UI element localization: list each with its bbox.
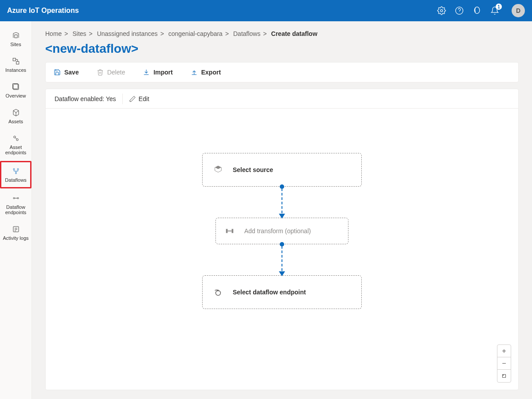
- sidebar-item-label: Sites: [10, 42, 21, 47]
- sidebar-item-asset-endpoints[interactable]: Asset endpoints: [0, 129, 31, 160]
- svg-rect-3: [15, 35, 17, 38]
- page-title: <new-dataflow>: [45, 42, 519, 56]
- overview-icon: [12, 82, 20, 91]
- breadcrumb: Home> Sites> Unassigned instances> conge…: [45, 30, 519, 37]
- sidebar-item-label: Instances: [5, 67, 26, 73]
- zoom-controls: + −: [497, 344, 511, 383]
- breadcrumb-link[interactable]: Unassigned instances: [97, 30, 158, 37]
- transform-icon: [225, 226, 235, 236]
- sidebar-item-assets[interactable]: Assets: [0, 104, 31, 129]
- sidebar: Sites Instances Overview Assets Asset en…: [0, 21, 32, 399]
- svg-rect-28: [232, 229, 234, 233]
- svg-point-15: [15, 172, 16, 174]
- notifications-icon[interactable]: 1: [490, 6, 499, 15]
- svg-point-0: [441, 10, 443, 12]
- top-header: Azure IoT Operations 1 D: [0, 0, 532, 21]
- sidebar-item-label: Overview: [6, 93, 26, 98]
- zoom-fit-button[interactable]: [497, 370, 511, 382]
- svg-rect-27: [226, 229, 228, 233]
- delete-label: Delete: [107, 69, 125, 76]
- edit-label: Edit: [139, 95, 149, 102]
- save-button[interactable]: Save: [54, 69, 79, 76]
- source-icon: [213, 165, 223, 175]
- svg-rect-5: [16, 62, 19, 64]
- export-button[interactable]: Export: [191, 69, 221, 76]
- sidebar-item-label: Dataflow endpoints: [2, 204, 30, 215]
- node-label: Select source: [233, 166, 273, 173]
- help-icon[interactable]: [455, 6, 464, 15]
- zoom-in-button[interactable]: +: [497, 345, 511, 357]
- sites-icon: [12, 31, 20, 40]
- instances-icon: [12, 57, 20, 66]
- breadcrumb-link[interactable]: congenial-capybara: [168, 30, 223, 37]
- svg-rect-19: [13, 227, 19, 232]
- assets-icon: [12, 108, 20, 117]
- edit-button[interactable]: Edit: [129, 95, 149, 102]
- dataflow-canvas[interactable]: Select source Add transform (optional): [46, 109, 518, 390]
- dataflow-endpoints-icon: [12, 194, 20, 203]
- main-content: Home> Sites> Unassigned instances> conge…: [32, 21, 532, 399]
- endpoint-icon: [213, 287, 223, 297]
- connector: [280, 187, 284, 218]
- import-label: Import: [153, 69, 173, 76]
- add-transform-node[interactable]: Add transform (optional): [215, 218, 348, 244]
- breadcrumb-current: Create dataflow: [271, 30, 317, 37]
- svg-point-13: [13, 168, 15, 170]
- user-avatar[interactable]: D: [512, 4, 525, 17]
- svg-point-14: [17, 168, 19, 170]
- save-label: Save: [64, 69, 79, 76]
- dataflow-enabled-status: Dataflow enabled: Yes: [55, 95, 116, 102]
- import-icon: [143, 69, 150, 76]
- import-button[interactable]: Import: [143, 69, 173, 76]
- svg-point-17: [17, 197, 19, 199]
- feedback-icon[interactable]: [473, 6, 481, 15]
- edit-icon: [129, 95, 136, 102]
- asset-endpoints-icon: [12, 134, 20, 143]
- sidebar-item-sites[interactable]: Sites: [0, 27, 31, 51]
- sidebar-item-label: Asset endpoints: [2, 145, 30, 155]
- status-bar: Dataflow enabled: Yes Edit: [46, 89, 518, 109]
- zoom-out-button[interactable]: −: [497, 357, 511, 370]
- delete-icon: [97, 69, 104, 76]
- svg-line-12: [15, 138, 16, 139]
- node-label: Select dataflow endpoint: [233, 289, 306, 296]
- sidebar-item-label: Assets: [8, 119, 23, 124]
- breadcrumb-link[interactable]: Dataflows: [233, 30, 260, 37]
- node-label: Add transform (optional): [244, 227, 311, 235]
- select-source-node[interactable]: Select source: [202, 153, 362, 187]
- sidebar-item-activity-logs[interactable]: Activity logs: [0, 220, 31, 245]
- breadcrumb-link[interactable]: Sites: [72, 30, 86, 37]
- fit-icon: [501, 373, 507, 379]
- export-icon: [191, 69, 198, 76]
- app-title: Azure IoT Operations: [7, 7, 79, 15]
- toolbar: Save Delete Import Export: [45, 62, 519, 82]
- connector: [280, 244, 284, 275]
- sidebar-item-dataflows[interactable]: Dataflows: [0, 161, 31, 188]
- svg-point-16: [13, 197, 15, 199]
- svg-point-32: [503, 375, 504, 376]
- sidebar-item-dataflow-endpoints[interactable]: Dataflow endpoints: [0, 189, 31, 219]
- notifications-badge: 1: [496, 4, 502, 10]
- settings-icon[interactable]: [437, 6, 446, 15]
- export-label: Export: [201, 69, 221, 76]
- sidebar-item-label: Dataflows: [5, 177, 26, 183]
- svg-rect-4: [13, 58, 16, 61]
- sidebar-item-label: Activity logs: [3, 235, 28, 241]
- delete-button: Delete: [97, 69, 125, 76]
- sidebar-item-instances[interactable]: Instances: [0, 52, 31, 77]
- svg-point-1: [456, 7, 463, 15]
- sidebar-item-overview[interactable]: Overview: [0, 78, 31, 103]
- select-endpoint-node[interactable]: Select dataflow endpoint: [202, 275, 362, 309]
- save-icon: [54, 69, 61, 76]
- activity-logs-icon: [12, 225, 20, 234]
- breadcrumb-link[interactable]: Home: [45, 30, 62, 37]
- canvas-card: Dataflow enabled: Yes Edit Select sour: [45, 89, 519, 390]
- dataflows-icon: [12, 167, 20, 176]
- divider: [122, 94, 123, 104]
